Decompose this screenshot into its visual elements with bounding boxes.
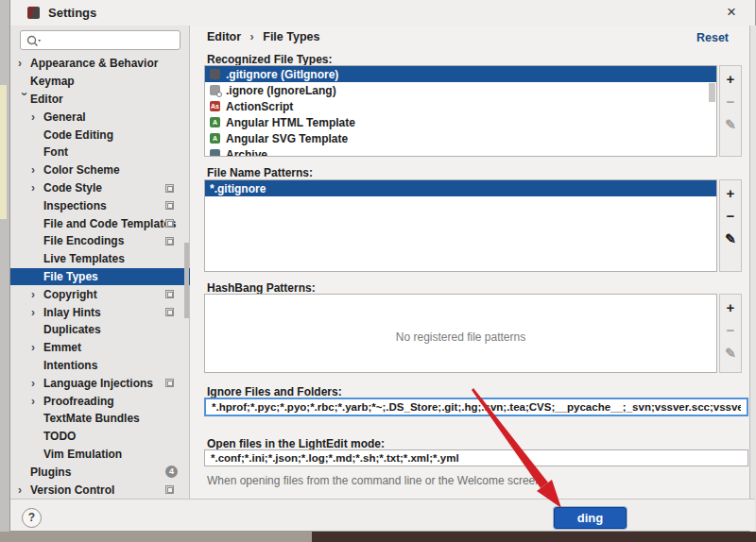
sidebar-item-inlay-hints[interactable]: ›Inlay Hints: [10, 303, 190, 321]
reset-link[interactable]: Reset: [696, 31, 729, 44]
file-types-panel: Editor › File Types Reset Recognized Fil…: [190, 25, 749, 499]
add-file-type-button[interactable]: +: [721, 70, 740, 89]
chevron-collapsed-icon[interactable]: ›: [31, 341, 43, 354]
title-bar[interactable]: Settings ×: [10, 0, 755, 25]
sidebar-item-file-encodings[interactable]: File Encodings: [10, 232, 190, 250]
file-type-row-actionscript[interactable]: AsActionScript: [205, 98, 716, 114]
sidebar-item-inspections[interactable]: Inspections: [10, 196, 190, 214]
chevron-collapsed-icon[interactable]: ›: [31, 306, 43, 319]
sidebar-item-plugins[interactable]: Plugins4: [10, 463, 190, 481]
sidebar-item-label: Proofreading: [43, 395, 114, 408]
sidebar-item-code-style[interactable]: ›Code Style: [10, 179, 190, 197]
prohibition-dot-icon: [216, 92, 222, 97]
sidebar-scrollbar[interactable]: [184, 243, 189, 318]
file-type-name: Angular HTML Template: [226, 116, 355, 129]
remove-hashbang-button: −: [721, 321, 740, 340]
sidebar-item-code-editing[interactable]: Code Editing: [10, 126, 190, 144]
edit-file-type-button: ✎: [721, 115, 740, 134]
sidebar-item-label: Appearance & Behavior: [30, 57, 158, 70]
lightedit-input[interactable]: [204, 449, 748, 466]
settings-dialog: Settings × ›Appearance & BehaviorKeymap›…: [9, 0, 756, 532]
shared-settings-icon: [165, 184, 174, 193]
file-type-row-ignore-ignorelang[interactable]: .ignore (IgnoreLang): [205, 82, 716, 98]
sidebar-item-keymap[interactable]: Keymap: [10, 73, 190, 91]
file-type-row-angular-html-template[interactable]: AAngular HTML Template: [205, 114, 716, 130]
empty-list-message: No registered file patterns: [205, 330, 716, 344]
sidebar-item-label: Copyright: [43, 288, 97, 301]
sidebar-item-label: Color Scheme: [43, 163, 120, 177]
help-button[interactable]: ?: [22, 508, 42, 528]
shared-settings-icon: [165, 237, 174, 246]
sidebar-item-emmet[interactable]: ›Emmet: [10, 339, 190, 357]
sidebar-item-label: Code Editing: [43, 128, 113, 142]
chevron-collapsed-icon[interactable]: ›: [31, 181, 43, 195]
archive-file-icon: [210, 149, 220, 157]
shared-settings-icon: [165, 201, 174, 210]
add-hashbang-button[interactable]: +: [721, 298, 740, 317]
sidebar-item-label: Version Control: [30, 483, 114, 497]
sidebar-item-label: Font: [43, 145, 68, 159]
ignore-files-input[interactable]: [204, 398, 748, 416]
dialog-scrollbar-track[interactable]: [749, 25, 756, 532]
sidebar-item-label: Intentions: [43, 359, 97, 372]
window-title: Settings: [48, 6, 96, 20]
file-type-row-archive[interactable]: Archive: [205, 146, 716, 157]
sidebar-item-appearance-behavior[interactable]: ›Appearance & Behavior: [10, 55, 190, 73]
chevron-collapsed-icon[interactable]: ›: [18, 483, 30, 497]
hashbang-patterns-list[interactable]: No registered file patterns: [204, 294, 717, 373]
sidebar-item-label: Language Injections: [43, 377, 153, 390]
sidebar-item-copyright[interactable]: ›Copyright: [10, 285, 190, 303]
sidebar-item-live-templates[interactable]: Live Templates: [10, 250, 190, 268]
sidebar-item-textmate-bundles[interactable]: TextMate Bundles: [10, 410, 190, 428]
sidebar-item-label: Duplicates: [43, 323, 101, 336]
sidebar-item-editor[interactable]: ›Editor: [10, 91, 190, 109]
settings-search-box[interactable]: [20, 30, 180, 50]
hashbang-patterns-label: HashBang Patterns:: [207, 281, 316, 295]
edit-pattern-button[interactable]: ✎: [721, 229, 740, 248]
file-type-row-gitignore-gitignore[interactable]: .gitignore (GitIgnore): [205, 66, 716, 82]
sidebar-item-vim-emulation[interactable]: Vim Emulation: [10, 446, 190, 464]
chevron-collapsed-icon[interactable]: ›: [31, 377, 43, 390]
sidebar-item-proofreading[interactable]: ›Proofreading: [10, 392, 190, 410]
sidebar-item-label: File Types: [43, 270, 98, 283]
pattern-row-gitignore[interactable]: *.gitignore: [205, 180, 716, 196]
search-input[interactable]: [45, 32, 176, 48]
ok-button[interactable]: ding: [554, 507, 627, 529]
desktop-edge-left: [0, 0, 9, 532]
sidebar-item-label: Inspections: [43, 199, 107, 212]
add-pattern-button[interactable]: +: [721, 184, 740, 203]
sidebar-item-font[interactable]: Font: [10, 144, 190, 161]
file-type-row-angular-svg-template[interactable]: AAngular SVG Template: [205, 130, 716, 146]
sidebar-item-duplicates[interactable]: Duplicates: [10, 321, 190, 339]
sidebar-item-general[interactable]: ›General: [10, 108, 190, 126]
shared-settings-icon: [165, 379, 174, 387]
close-icon[interactable]: ×: [721, 2, 742, 23]
recognized-file-types-list[interactable]: .gitignore (GitIgnore).ignore (IgnoreLan…: [204, 65, 717, 157]
sidebar-item-language-injections[interactable]: ›Language Injections: [10, 374, 190, 392]
actionscript-file-icon: As: [210, 101, 220, 111]
breadcrumb-parent[interactable]: Editor: [207, 30, 241, 43]
chevron-collapsed-icon[interactable]: ›: [31, 288, 43, 301]
chevron-collapsed-icon[interactable]: ›: [31, 395, 43, 408]
sidebar-item-label: File Encodings: [43, 234, 124, 247]
file-name-patterns-list[interactable]: *.gitignore: [204, 179, 717, 272]
sidebar-item-label: Emmet: [43, 341, 81, 354]
breadcrumb-separator-icon: ›: [250, 30, 254, 43]
remove-pattern-button[interactable]: −: [721, 207, 740, 226]
sidebar-item-color-scheme[interactable]: ›Color Scheme: [10, 161, 190, 179]
chevron-expanded-icon[interactable]: ›: [18, 92, 31, 104]
sidebar-item-todo[interactable]: TODO: [10, 428, 190, 446]
list-scrollbar[interactable]: [709, 83, 715, 102]
chevron-collapsed-icon[interactable]: ›: [18, 57, 30, 70]
chevron-collapsed-icon[interactable]: ›: [31, 163, 43, 177]
sidebar-item-file-types[interactable]: File Types: [10, 268, 190, 286]
sidebar-item-version-control[interactable]: ›Version Control: [10, 481, 190, 499]
hashbang-toolbar: +−✎: [719, 294, 742, 373]
sidebar-item-label: Plugins: [30, 466, 71, 479]
sidebar-item-intentions[interactable]: Intentions: [10, 357, 190, 375]
pattern-text: *.gitignore: [210, 182, 266, 195]
shared-settings-icon: [165, 219, 174, 228]
chevron-collapsed-icon[interactable]: ›: [31, 110, 43, 124]
file-name-patterns-label: File Name Patterns:: [207, 166, 313, 179]
sidebar-item-file-and-code-templates[interactable]: File and Code Templates: [10, 214, 190, 232]
